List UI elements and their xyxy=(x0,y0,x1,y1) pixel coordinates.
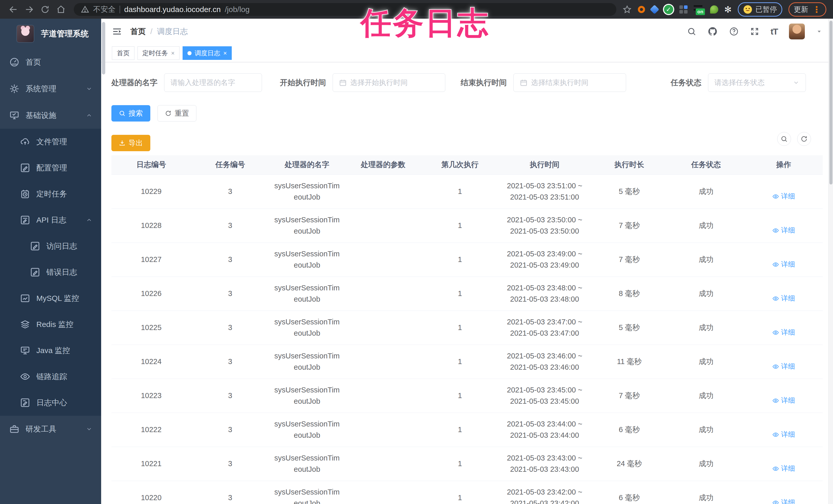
refresh-button[interactable] xyxy=(797,132,811,146)
handler-name-input[interactable] xyxy=(164,73,262,92)
show-search-toggle-button[interactable] xyxy=(777,132,791,146)
sidebar-item-access-log[interactable]: 访问日志 xyxy=(0,233,101,259)
sidebar-item-api-log[interactable]: API 日志 xyxy=(0,207,101,233)
search-icon[interactable] xyxy=(687,27,696,36)
cloud-upload-icon xyxy=(20,136,30,147)
tab-timed-task[interactable]: 定时任务 × xyxy=(138,46,180,60)
tab-job-log[interactable]: 调度日志 × xyxy=(183,46,232,60)
extension-check-icon[interactable]: ✓ xyxy=(664,5,673,14)
detail-link[interactable]: 详细 xyxy=(772,497,795,504)
sidebar-item-label: Redis 监控 xyxy=(37,319,73,330)
sidebar-item-label: 错误日志 xyxy=(46,267,77,278)
filter-begin-time: 开始执行时间 选择开始执行时间 xyxy=(280,73,445,92)
cell-param xyxy=(345,345,422,379)
search-button[interactable]: 搜索 xyxy=(111,105,150,122)
detail-link[interactable]: 详细 xyxy=(772,293,795,304)
end-time-picker[interactable]: 选择结束执行时间 xyxy=(514,73,626,92)
sidebar-item-devtools[interactable]: 研发工具 xyxy=(0,416,101,442)
detail-link[interactable]: 详细 xyxy=(772,225,795,236)
breadcrumb-home[interactable]: 首页 xyxy=(130,26,146,37)
caret-down-icon[interactable] xyxy=(816,28,822,34)
sidebar-item-home[interactable]: 首页 xyxy=(0,49,101,75)
update-button[interactable]: 更新 ⋮ xyxy=(788,2,826,17)
sidebar-item-trace[interactable]: 链路追踪 xyxy=(0,363,101,389)
sidebar-item-infra[interactable]: 基础设施 xyxy=(0,102,101,129)
font-size-icon[interactable]: tT xyxy=(770,27,778,36)
forward-icon[interactable] xyxy=(23,3,36,16)
eye-icon xyxy=(772,363,779,370)
cell-status: 成功 xyxy=(668,208,744,243)
detail-link[interactable]: 详细 xyxy=(772,191,795,202)
cell-action: 详细 xyxy=(744,447,823,481)
extension-leaf-icon[interactable] xyxy=(710,5,718,14)
paused-extension-chip[interactable]: 已暂停 xyxy=(738,2,782,17)
browser-menu-icon[interactable]: ⋮ xyxy=(812,5,821,14)
cell-count: 1 xyxy=(422,345,498,379)
table-row: 10229 3 sysUserSessionTim eoutJob 1 2021… xyxy=(111,175,823,208)
back-icon[interactable] xyxy=(7,3,20,16)
filter-handler-name: 处理器的名字 xyxy=(111,73,262,92)
hamburger-icon[interactable] xyxy=(112,27,122,36)
sidebar-item-label: MySQL 监控 xyxy=(37,293,79,304)
export-button-label: 导出 xyxy=(128,138,143,148)
reset-button[interactable]: 重置 xyxy=(158,105,196,122)
url-path: /job/log xyxy=(225,5,250,14)
sidebar-item-job[interactable]: 定时任务 xyxy=(0,181,101,207)
sidebar-item-java[interactable]: Java 监控 xyxy=(0,337,101,363)
extension-grid-icon[interactable] xyxy=(680,5,688,14)
cell-job-id: 3 xyxy=(191,175,269,208)
sidebar-item-file[interactable]: 文件管理 xyxy=(0,129,101,155)
extension-orange-icon[interactable] xyxy=(638,6,645,13)
export-button[interactable]: 导出 xyxy=(111,135,150,151)
detail-link[interactable]: 详细 xyxy=(772,361,795,372)
close-icon[interactable]: × xyxy=(171,50,175,57)
address-bar[interactable]: 不安全 dashboard.yudao.iocoder.cn /job/log xyxy=(74,3,616,16)
cell-param xyxy=(345,208,422,243)
sidebar-item-system[interactable]: 系统管理 xyxy=(0,75,101,102)
extension-flower-icon[interactable]: ✻ xyxy=(724,5,732,14)
app-logo-row[interactable]: 芋道管理系统 xyxy=(0,19,101,49)
cell-handler: sysUserSessionTim eoutJob xyxy=(269,310,345,345)
handler-name-field[interactable] xyxy=(170,79,256,87)
detail-link[interactable]: 详细 xyxy=(772,463,795,474)
cell-handler: sysUserSessionTim eoutJob xyxy=(269,345,345,379)
github-icon[interactable] xyxy=(708,26,718,36)
page-scrollbar-thumb[interactable] xyxy=(829,21,832,184)
extension-on-icon[interactable]: on xyxy=(694,5,704,14)
table-row: 10227 3 sysUserSessionTim eoutJob 1 2021… xyxy=(111,243,823,277)
sidebar-item-redis[interactable]: Redis 监控 xyxy=(0,311,101,337)
tab-home[interactable]: 首页 xyxy=(112,46,135,60)
page-scrollbar[interactable] xyxy=(828,19,833,504)
table-row: 10222 3 sysUserSessionTim eoutJob 1 2021… xyxy=(111,413,823,447)
calendar-icon xyxy=(339,79,347,86)
reload-icon[interactable] xyxy=(39,3,52,16)
cell-time: 2021-05-03 23:48:00 ~ 2021-05-03 23:48:0… xyxy=(498,277,591,310)
home-icon[interactable] xyxy=(54,3,68,16)
cell-log-id: 10221 xyxy=(111,447,191,481)
user-avatar[interactable] xyxy=(789,24,805,40)
filter-label: 结束执行时间 xyxy=(461,77,514,88)
detail-link[interactable]: 详细 xyxy=(772,429,795,440)
sidebar-item-config[interactable]: 配置管理 xyxy=(0,155,101,181)
sidebar-item-error-log[interactable]: 错误日志 xyxy=(0,259,101,285)
cell-status: 成功 xyxy=(668,243,744,277)
cell-time: 2021-05-03 23:42:00 ~ 2021-05-03 23:42:0… xyxy=(498,481,591,504)
cell-handler: sysUserSessionTim eoutJob xyxy=(269,413,345,447)
close-icon[interactable]: × xyxy=(223,50,227,57)
status-select[interactable]: 请选择任务状态 xyxy=(708,73,806,92)
fullscreen-icon[interactable] xyxy=(750,27,759,36)
cell-count: 1 xyxy=(422,310,498,345)
cell-param xyxy=(345,243,422,277)
detail-link[interactable]: 详细 xyxy=(772,259,795,270)
bookmark-star-icon[interactable] xyxy=(622,5,632,14)
sidebar-scrollbar-thumb[interactable] xyxy=(102,22,105,74)
detail-link[interactable]: 详细 xyxy=(772,327,795,338)
sidebar-item-log-center[interactable]: 日志中心 xyxy=(0,389,101,416)
sidebar-item-mysql[interactable]: MySQL 监控 xyxy=(0,285,101,311)
cell-handler: sysUserSessionTim eoutJob xyxy=(269,481,345,504)
extension-gem-icon[interactable] xyxy=(650,5,659,14)
help-icon[interactable] xyxy=(729,27,739,36)
detail-link[interactable]: 详细 xyxy=(772,395,795,406)
sidebar: 芋道管理系统 首页 系统管理 基础设施 文件管理 配置管理 定时任务 API 日… xyxy=(0,19,101,504)
begin-time-picker[interactable]: 选择开始执行时间 xyxy=(333,73,445,92)
